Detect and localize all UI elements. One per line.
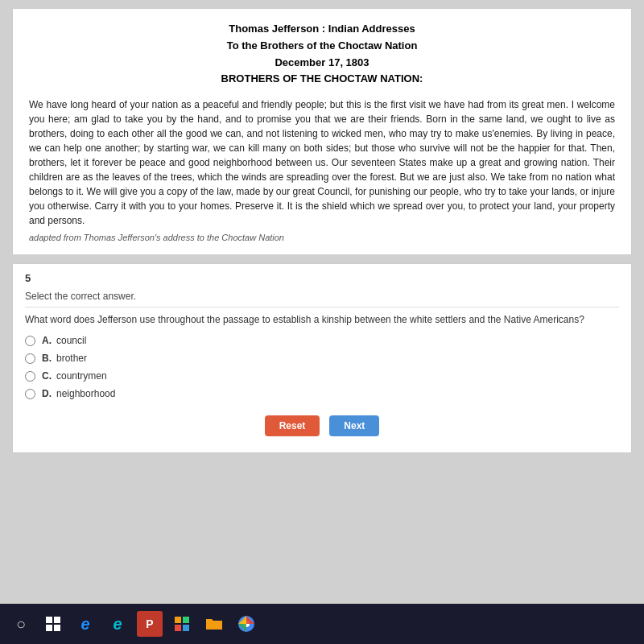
option-c[interactable]: C. countrymen (25, 370, 619, 382)
folder-taskbar-icon[interactable] (201, 611, 227, 637)
svg-rect-7 (183, 625, 189, 631)
options-list: A. council B. brother C. countrymen D. n… (25, 335, 619, 399)
ie-taskbar-icon[interactable]: e (72, 611, 98, 637)
passage-body: We have long heard of your nation as a p… (29, 97, 615, 228)
question-number: 5 (25, 272, 619, 284)
svg-rect-4 (175, 617, 181, 623)
svg-rect-6 (175, 625, 181, 631)
svg-rect-0 (46, 617, 52, 623)
title-line2: To the Brothers of the Choctaw Nation (29, 38, 615, 55)
windows-taskbar-icon[interactable] (40, 611, 66, 637)
title-line3: December 17, 1803 (29, 55, 615, 72)
radio-a[interactable] (25, 336, 35, 346)
radio-b[interactable] (25, 353, 35, 364)
svg-rect-2 (46, 625, 52, 631)
title-line1: Thomas Jefferson : Indian Addresses (29, 21, 615, 38)
radio-d[interactable] (25, 389, 35, 399)
svg-rect-5 (183, 617, 189, 623)
svg-rect-3 (54, 625, 60, 631)
title-line4: BROTHERS OF THE CHOCTAW NATION: (29, 71, 615, 88)
next-button[interactable]: Next (329, 415, 379, 436)
radio-c[interactable] (25, 371, 35, 382)
main-content: Thomas Jefferson : Indian Addresses To t… (0, 0, 644, 588)
select-answer-label: Select the correct answer. (25, 291, 619, 308)
option-b[interactable]: B. brother (25, 353, 619, 364)
option-a-letter: A. (42, 335, 52, 346)
option-c-letter: C. (42, 370, 52, 382)
option-d[interactable]: D. neighborhood (25, 388, 619, 399)
buttons-row: Reset Next (25, 415, 619, 436)
option-d-text: neighborhood (56, 388, 115, 399)
edge-taskbar-icon[interactable]: e (105, 611, 130, 637)
passage-title: Thomas Jefferson : Indian Addresses To t… (29, 21, 615, 88)
taskbar: ○ e e P (0, 604, 644, 644)
passage-card: Thomas Jefferson : Indian Addresses To t… (12, 8, 632, 255)
chrome-taskbar-icon[interactable] (233, 611, 259, 637)
option-b-text: brother (56, 353, 87, 364)
option-a[interactable]: A. council (25, 335, 619, 346)
option-c-text: countrymen (56, 370, 107, 382)
search-taskbar-icon[interactable]: ○ (8, 611, 34, 637)
option-d-letter: D. (42, 388, 52, 399)
option-a-text: council (56, 335, 86, 346)
store-taskbar-icon[interactable] (169, 611, 195, 637)
question-text: What word does Jefferson use throughout … (25, 314, 619, 325)
option-b-letter: B. (42, 353, 52, 364)
svg-rect-1 (54, 617, 60, 623)
reset-button[interactable]: Reset (265, 415, 320, 436)
question-card: 5 Select the correct answer. What word d… (12, 263, 632, 453)
powerpoint-taskbar-icon[interactable]: P (137, 611, 163, 637)
passage-source: adapted from Thomas Jefferson's address … (29, 233, 615, 242)
